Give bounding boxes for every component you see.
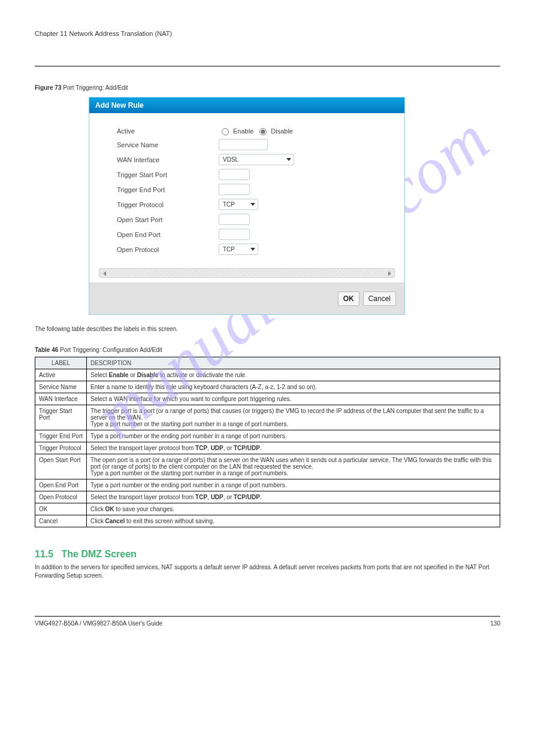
footer-left: VMG4927-B50A / VMG9827-B50A User's Guide [35,620,162,627]
header-rule [35,66,500,66]
cell-desc: Type a port number or the ending port nu… [87,479,500,491]
cell-desc: Select the transport layer protocol from… [87,491,500,503]
select-wan-value: VDSL [223,156,238,163]
label-open-start: Open Start Port [117,216,219,223]
cell-desc: The trigger port is a port (or a range o… [87,405,500,430]
radio-enable[interactable] [222,128,229,135]
cell-desc: Select Enable or Disable to activate or … [87,369,500,381]
cell-desc: Select a WAN interface for which you wan… [87,393,500,405]
table-row: OKClick OK to save your changes. [35,503,500,515]
table-intro: The following table describes the labels… [35,326,500,332]
cell-label: WAN Interface [35,393,87,405]
label-trigger-start: Trigger Start Port [117,171,219,178]
table-row: Open Start PortThe open port is a port (… [35,454,500,479]
cell-desc: Type a port number or the ending port nu… [87,430,500,442]
cell-desc: Select the transport layer protocol from… [87,442,500,454]
cell-label: Open Protocol [35,491,87,503]
table-row: Trigger End PortType a port number or th… [35,430,500,442]
cell-label: Trigger End Port [35,430,87,442]
label-trigger-proto: Trigger Protocol [117,201,219,208]
cancel-button[interactable]: Cancel [363,292,396,306]
ok-button[interactable]: OK [338,292,359,306]
footer-page-number: 130 [490,620,500,627]
cell-label: Cancel [35,515,87,527]
label-trigger-end: Trigger End Port [117,186,219,193]
cell-label: Trigger Start Port [35,405,87,430]
chevron-down-icon [250,248,255,251]
figure-caption: Figure 73 Port Triggering: Add/Edit [35,84,500,91]
cell-label: Trigger Protocol [35,442,87,454]
scrollbar-wrap [89,263,404,283]
horizontal-scrollbar[interactable] [99,268,395,278]
radio-disable[interactable] [259,128,267,135]
cell-label: Open End Port [35,479,87,491]
cell-desc: Enter a name to identify this rule using… [87,381,500,393]
cell-desc: The open port is a port (or a range of p… [87,454,500,479]
input-trigger-start[interactable] [219,169,250,180]
cell-desc: Click Cancel to exit this screen without… [87,515,500,527]
section-number: 11.5 [35,549,53,559]
footer-rule [35,616,500,617]
table-row: CancelClick Cancel to exit this screen w… [35,515,500,527]
table-row: WAN InterfaceSelect a WAN interface for … [35,393,500,405]
select-open-proto[interactable]: TCP [219,244,258,255]
table-row: Trigger Start PortThe trigger port is a … [35,405,500,430]
label-active: Active [117,127,219,135]
label-open-end: Open End Port [117,231,219,238]
scroll-left-icon[interactable] [101,270,108,277]
chevron-down-icon [250,203,255,206]
table-row: Service NameEnter a name to identify thi… [35,381,500,393]
dialog-body: Active Enable Disable Service Name WAN I… [89,113,404,263]
radio-enable-label: Enable [233,127,253,135]
input-open-end[interactable] [219,229,250,240]
section-heading: 11.5 The DMZ Screen [35,549,500,560]
cell-label: Active [35,369,87,381]
select-open-proto-value: TCP [223,246,235,253]
description-table: LABEL DESCRIPTION ActiveSelect Enable or… [35,357,500,527]
scroll-right-icon[interactable] [386,270,393,277]
section-body: In addition to the servers for specified… [35,563,500,580]
chevron-down-icon [286,158,291,161]
cell-label: OK [35,503,87,515]
input-trigger-end[interactable] [219,184,250,195]
table-caption-text: Port Triggering: Configuration Add/Edit [60,347,162,353]
select-trigger-proto-value: TCP [223,201,235,208]
dialog-title: Add New Rule [89,98,404,113]
input-service-name[interactable] [219,139,268,150]
label-service-name: Service Name [117,141,219,148]
dialog-footer: OK Cancel [89,283,404,314]
th-desc: DESCRIPTION [87,357,500,369]
page-footer: VMG4927-B50A / VMG9827-B50A User's Guide… [35,620,500,627]
radio-disable-label: Disable [271,127,293,135]
table-caption: Table 46 Port Triggering: Configuration … [35,347,500,353]
figure-caption-text: Port Triggering: Add/Edit [63,84,128,91]
select-wan-interface[interactable]: VDSL [219,154,294,165]
chapter-header: Chapter 11 Network Address Translation (… [35,30,500,37]
label-open-proto: Open Protocol [117,246,219,253]
section-title-text: The DMZ Screen [61,549,136,559]
th-label: LABEL [35,357,87,369]
add-rule-dialog: Add New Rule Active Enable Disable Servi… [89,97,405,315]
cell-label: Open Start Port [35,454,87,479]
cell-label: Service Name [35,381,87,393]
table-row: Open End PortType a port number or the e… [35,479,500,491]
table-row: Trigger ProtocolSelect the transport lay… [35,442,500,454]
label-wan-interface: WAN Interface [117,156,219,163]
cell-desc: Click OK to save your changes. [87,503,500,515]
table-caption-prefix: Table 46 [35,347,60,353]
figure-caption-prefix: Figure 73 [35,84,63,91]
select-trigger-proto[interactable]: TCP [219,199,258,210]
table-row: ActiveSelect Enable or Disable to activa… [35,369,500,381]
input-open-start[interactable] [219,214,250,225]
table-row: Open ProtocolSelect the transport layer … [35,491,500,503]
